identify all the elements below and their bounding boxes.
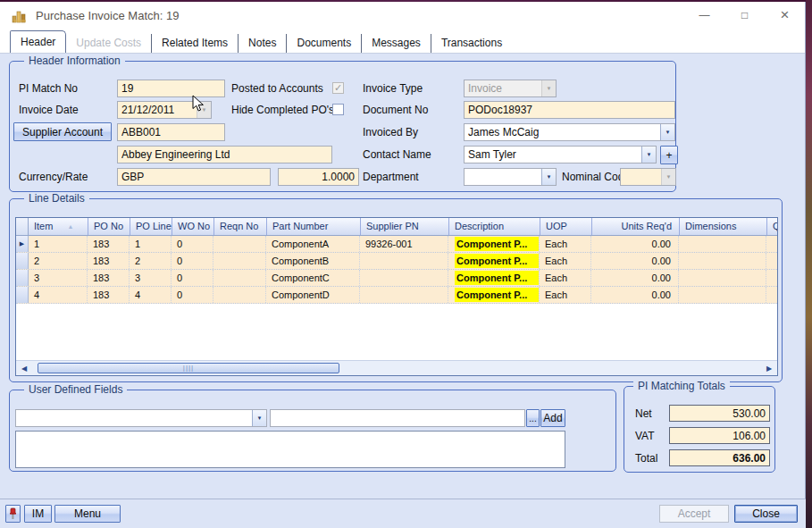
cell-supplier-pn (360, 253, 448, 269)
horizontal-scrollbar[interactable]: ◀ |||| ▶ (16, 360, 777, 375)
total-field (669, 449, 770, 466)
column-header-supplier-pn[interactable]: Supplier PN (360, 218, 448, 235)
select-all-corner[interactable] (16, 218, 29, 235)
cell-wo-no: 0 (172, 270, 213, 286)
table-row[interactable]: 3 183 3 0 ComponentC Component P... Each… (16, 270, 777, 287)
table-row[interactable]: 4 183 4 0 ComponentD Component P... Each… (16, 287, 777, 304)
row-selector[interactable]: ▶ (16, 236, 29, 252)
cell-part-number: ComponentD (266, 287, 360, 303)
cell-reqn-no (213, 253, 266, 269)
tab-transactions[interactable]: Transactions (431, 34, 512, 53)
pi-match-no-field[interactable] (117, 80, 225, 97)
column-header-units-reqd[interactable]: Units Req'd (591, 218, 679, 235)
scroll-left-icon: ◀ (21, 365, 27, 373)
cell-dimensions (679, 236, 766, 252)
vat-label: VAT (635, 427, 655, 445)
close-button[interactable]: Close (734, 505, 798, 523)
cell-uop: Each (540, 287, 591, 303)
chevron-down-icon: ▼ (547, 86, 552, 91)
invoice-type-dropdown-button: ▼ (541, 80, 556, 96)
column-header-description[interactable]: Description (448, 218, 540, 235)
cell-part-number: ComponentA (266, 236, 360, 252)
description-highlight: Component P... (455, 237, 539, 251)
udf-list[interactable] (15, 431, 565, 468)
invoiced-by-dropdown-button[interactable]: ▼ (660, 124, 674, 140)
chevron-down-icon: ▼ (666, 174, 672, 180)
udf-value-field[interactable] (270, 409, 525, 427)
udf-field-select[interactable]: ▼ (15, 409, 267, 427)
tab-notes[interactable]: Notes (238, 34, 286, 53)
tab-related-items[interactable]: Related Items (151, 34, 238, 53)
hide-completed-pos-checkbox[interactable] (332, 104, 344, 115)
udf-browse-button[interactable]: ... (526, 409, 540, 427)
posted-to-accounts-label: Posted to Accounts (231, 80, 323, 97)
document-no-label: Document No (363, 101, 428, 119)
column-header-wo-no[interactable]: WO No (172, 218, 213, 235)
column-header-po-line[interactable]: PO Line (130, 218, 172, 235)
cell-wo-no: 0 (172, 236, 213, 252)
tab-page-header: Header Information PI Match No Invoice D… (0, 54, 806, 499)
chevron-down-icon: ▼ (202, 107, 207, 113)
window-controls: — □ × (684, 2, 805, 29)
contact-name-dropdown-button[interactable]: ▼ (641, 147, 656, 163)
currency-field[interactable] (117, 168, 271, 186)
chevron-down-icon: ▼ (257, 415, 263, 421)
column-header-dimensions[interactable]: Dimensions (679, 218, 766, 235)
cell-description: Component P... (448, 270, 540, 286)
tab-update-costs: Update Costs (66, 34, 151, 53)
row-selector[interactable] (16, 253, 29, 269)
column-header-uop[interactable]: UOP (540, 218, 591, 235)
close-window-button[interactable]: × (765, 2, 805, 29)
cell-wo-no: 0 (172, 287, 213, 303)
column-header-qty[interactable]: Qty (766, 218, 778, 235)
cell-description: Component P... (448, 253, 540, 269)
vat-field (669, 427, 770, 444)
table-row[interactable]: 2 183 2 0 ComponentB Component P... Each… (16, 253, 777, 270)
scroll-left-button[interactable]: ◀ (16, 365, 32, 373)
column-header-po-no[interactable]: PO No (88, 218, 130, 235)
add-contact-button[interactable]: + (660, 146, 678, 164)
udf-add-button[interactable]: Add (540, 409, 565, 427)
row-selector[interactable] (16, 287, 29, 303)
scrollbar-thumb[interactable]: |||| (38, 363, 339, 373)
description-highlight: Component P... (455, 271, 539, 285)
minimize-button[interactable]: — (684, 2, 724, 29)
contact-name-select[interactable]: Sam Tyler ▼ (464, 146, 657, 163)
invoice-type-label: Invoice Type (363, 80, 423, 97)
close-icon: × (781, 6, 790, 24)
invoice-date-picker[interactable]: 21/12/2011 ▼ (117, 101, 212, 119)
column-header-part-number[interactable]: Part Number (266, 218, 360, 235)
pin-button[interactable] (5, 505, 21, 523)
cell-qty (766, 287, 778, 303)
udf-field-dropdown-button[interactable]: ▼ (252, 410, 266, 426)
tab-messages[interactable]: Messages (361, 34, 431, 53)
invoice-date-dropdown-button: ▼ (197, 102, 211, 118)
invoiced-by-select[interactable]: James McCaig ▼ (464, 123, 675, 141)
scroll-right-button[interactable]: ▶ (761, 365, 777, 373)
cell-supplier-pn (360, 270, 448, 286)
department-select[interactable]: ▼ (464, 168, 557, 186)
window-title: Purchase Invoice Match: 19 (36, 9, 179, 22)
row-selector[interactable] (16, 270, 29, 286)
cell-units-reqd: 0.00 (591, 236, 679, 252)
table-row[interactable]: ▶ 1 183 1 0 ComponentA 99326-001 Compone… (16, 236, 777, 253)
column-header-item[interactable]: Item▲ (29, 218, 88, 235)
department-dropdown-button[interactable]: ▼ (541, 169, 556, 185)
tab-documents[interactable]: Documents (286, 34, 361, 53)
supplier-name-field[interactable] (117, 146, 332, 163)
menu-button[interactable]: Menu (54, 505, 121, 523)
supplier-account-button[interactable]: Supplier Account (13, 122, 112, 141)
line-details-grid: Item▲ PO No PO Line WO No Reqn No Part N… (15, 217, 778, 376)
im-button[interactable]: IM (24, 505, 52, 523)
cell-dimensions (679, 253, 766, 269)
tab-header[interactable]: Header (10, 30, 66, 53)
header-information-legend: Header Information (24, 54, 125, 67)
supplier-account-code-field[interactable] (117, 123, 225, 141)
column-header-reqn-no[interactable]: Reqn No (213, 218, 266, 235)
cell-po-no: 183 (88, 287, 130, 303)
maximize-button[interactable]: □ (724, 2, 765, 29)
rate-field[interactable] (278, 168, 359, 186)
cell-po-line: 2 (130, 253, 172, 269)
document-no-field[interactable] (464, 101, 675, 119)
thumb-grip-icon: |||| (183, 364, 194, 373)
